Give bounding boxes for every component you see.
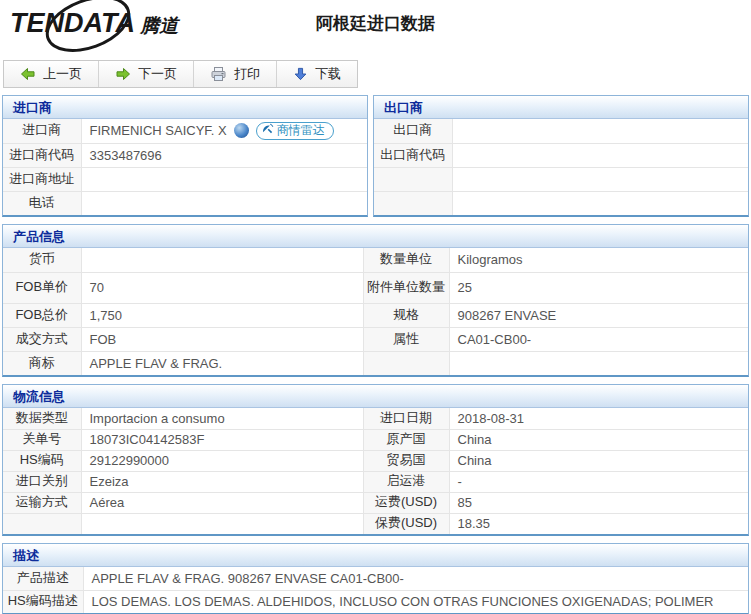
hs-code-label: HS编码 xyxy=(3,450,81,471)
import-customs-value: Ezeiza xyxy=(81,471,363,492)
table-row: 货币 数量单位 Kilogramos xyxy=(3,248,748,272)
exporter-code-label: 出口商代码 xyxy=(374,143,452,167)
quantity-unit-label: 数量单位 xyxy=(363,248,449,272)
table-row: FOB单价 70 附件单位数量 25 xyxy=(3,272,748,303)
table-row: 进口商 FIRMENICH SAICYF. X xyxy=(3,119,367,143)
logistics-info-table: 数据类型 Importacion a consumo 进口日期 2018-08-… xyxy=(3,408,748,534)
hs-code-value: 29122990000 xyxy=(81,450,363,471)
brand-value: APPLE FLAV & FRAG. xyxy=(81,351,363,375)
business-radar-label: 商情雷达 xyxy=(277,122,325,139)
trade-country-value: China xyxy=(449,450,748,471)
table-row: 运输方式 Aérea 运费(USD) 85 xyxy=(3,492,748,513)
logo-text: TENDATA xyxy=(10,8,135,38)
table-row: HS编码描述 LOS DEMAS. LOS DEMAS. ALDEHIDOS, … xyxy=(3,590,748,613)
freight-usd-value: 85 xyxy=(449,492,748,513)
tendata-logo: TENDATA 腾道 xyxy=(10,8,200,52)
logistics-info-title: 物流信息 xyxy=(3,385,748,408)
currency-value xyxy=(81,248,363,272)
prev-page-label: 上一页 xyxy=(43,65,82,83)
product-desc-label: 产品描述 xyxy=(3,567,83,590)
attribute-label: 属性 xyxy=(363,327,449,351)
arrow-right-icon xyxy=(115,66,131,82)
spec-value: 908267 ENVASE xyxy=(449,303,748,327)
origin-country-label: 原产国 xyxy=(363,429,449,450)
phone-value xyxy=(81,191,367,215)
arrow-left-icon xyxy=(20,66,36,82)
table-row: 出口商代码 xyxy=(374,143,748,167)
importer-panel-title: 进口商 xyxy=(3,96,367,119)
departure-port-value: - xyxy=(449,471,748,492)
table-row: 商标 APPLE FLAV & FRAG. xyxy=(3,351,748,375)
logo-text-cn: 腾道 xyxy=(140,15,178,36)
fob-total-label: FOB总价 xyxy=(3,303,81,327)
exporter-value xyxy=(452,119,748,143)
page-header: TENDATA 腾道 阿根廷进口数据 xyxy=(0,0,751,56)
table-row: 进口关别 Ezeiza 启运港 - xyxy=(3,471,748,492)
currency-label: 货币 xyxy=(3,248,81,272)
printer-icon xyxy=(210,66,227,82)
product-desc-value: APPLE FLAV & FRAG. 908267 ENVASE CA01-CB… xyxy=(83,567,748,590)
importer-label: 进口商 xyxy=(3,119,81,143)
download-label: 下载 xyxy=(315,65,341,83)
exporter-panel-title: 出口商 xyxy=(374,96,748,119)
importer-code-value: 3353487696 xyxy=(81,143,367,167)
quantity-unit-value: Kilogramos xyxy=(449,248,748,272)
import-date-value: 2018-08-31 xyxy=(449,408,748,429)
table-row xyxy=(374,167,748,191)
table-row: HS编码 29122990000 贸易国 China xyxy=(3,450,748,471)
product-info-panel: 产品信息 货币 数量单位 Kilogramos FOB单价 70 附件单位数量 … xyxy=(2,224,749,377)
freight-usd-label: 运费(USD) xyxy=(363,492,449,513)
prev-page-button[interactable]: 上一页 xyxy=(4,61,99,87)
table-row: 成交方式 FOB 属性 CA01-CB00- xyxy=(3,327,748,351)
customs-no-value: 18073IC04142583F xyxy=(81,429,363,450)
print-button[interactable]: 打印 xyxy=(194,61,277,87)
attachment-unit-qty-value: 25 xyxy=(449,272,748,303)
data-type-value: Importacion a consumo xyxy=(81,408,363,429)
next-page-label: 下一页 xyxy=(138,65,177,83)
table-row: 出口商 xyxy=(374,119,748,143)
hs-desc-label: HS编码描述 xyxy=(3,590,83,613)
table-row: 产品描述 APPLE FLAV & FRAG. 908267 ENVASE CA… xyxy=(3,567,748,590)
table-row: 进口商地址 xyxy=(3,167,367,191)
trade-terms-value: FOB xyxy=(81,327,363,351)
logistics-info-panel: 物流信息 数据类型 Importacion a consumo 进口日期 201… xyxy=(2,384,749,536)
importer-table: 进口商 FIRMENICH SAICYF. X xyxy=(3,119,367,215)
insurance-usd-label: 保费(USD) xyxy=(363,513,449,534)
spec-label: 规格 xyxy=(363,303,449,327)
description-panel: 描述 产品描述 APPLE FLAV & FRAG. 908267 ENVASE… xyxy=(2,543,749,614)
arrow-down-icon xyxy=(293,66,308,82)
exporter-panel: 出口商 出口商 出口商代码 xyxy=(373,95,749,217)
transport-mode-label: 运输方式 xyxy=(3,492,81,513)
fob-unit-price-value: 70 xyxy=(81,272,363,303)
import-date-label: 进口日期 xyxy=(363,408,449,429)
table-row: 数据类型 Importacion a consumo 进口日期 2018-08-… xyxy=(3,408,748,429)
table-row: 进口商代码 3353487696 xyxy=(3,143,367,167)
importer-panel: 进口商 进口商 FIRMENICH SAICYF. X xyxy=(2,95,368,217)
insurance-usd-value: 18.35 xyxy=(449,513,748,534)
trade-terms-label: 成交方式 xyxy=(3,327,81,351)
table-row: 保费(USD) 18.35 xyxy=(3,513,748,534)
trade-country-label: 贸易国 xyxy=(363,450,449,471)
hs-desc-value: LOS DEMAS. LOS DEMAS. ALDEHIDOS, INCLUSO… xyxy=(83,590,748,613)
importer-code-label: 进口商代码 xyxy=(3,143,81,167)
table-row: FOB总价 1,750 规格 908267 ENVASE xyxy=(3,303,748,327)
radar-dish-icon xyxy=(262,123,274,138)
download-button[interactable]: 下载 xyxy=(277,61,357,87)
toolbar: 上一页 下一页 打印 下载 xyxy=(3,60,358,88)
origin-country-value: China xyxy=(449,429,748,450)
data-type-label: 数据类型 xyxy=(3,408,81,429)
business-radar-badge[interactable]: 商情雷达 xyxy=(256,122,334,140)
description-table: 产品描述 APPLE FLAV & FRAG. 908267 ENVASE CA… xyxy=(3,567,748,613)
importer-address-label: 进口商地址 xyxy=(3,167,81,191)
fob-total-value: 1,750 xyxy=(81,303,363,327)
fob-unit-price-label: FOB单价 xyxy=(3,272,81,303)
globe-icon[interactable] xyxy=(234,123,249,138)
phone-label: 电话 xyxy=(3,191,81,215)
brand-label: 商标 xyxy=(3,351,81,375)
exporter-label: 出口商 xyxy=(374,119,452,143)
next-page-button[interactable]: 下一页 xyxy=(99,61,194,87)
exporter-table: 出口商 出口商代码 xyxy=(374,119,748,215)
description-title: 描述 xyxy=(3,544,748,567)
importer-name-value: FIRMENICH SAICYF. X xyxy=(90,123,227,138)
table-row: 电话 xyxy=(3,191,367,215)
